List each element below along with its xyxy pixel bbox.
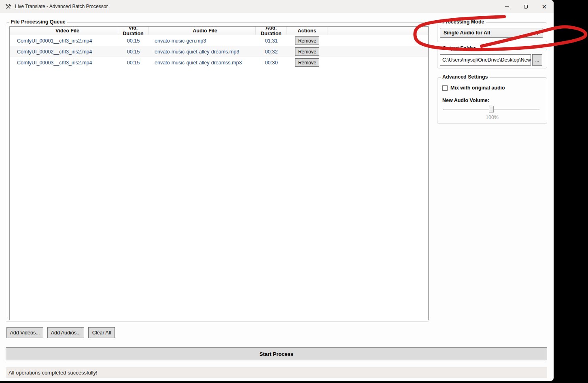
browse-button[interactable]: ... (532, 54, 542, 66)
slider-thumb[interactable] (489, 106, 494, 113)
table-row: ComfyUI_00003__chf3_iris2.mp400:15envato… (10, 57, 428, 68)
audio-duration-cell: 01:31 (256, 38, 287, 44)
minimize-button[interactable] (498, 0, 516, 13)
maximize-icon (524, 5, 528, 9)
actions-cell: Remove (287, 47, 327, 56)
video-file-cell: ComfyUI_00003__chf3_iris2.mp4 (10, 60, 118, 66)
processing-mode-label: Processing Mode (441, 19, 486, 25)
video-duration-cell: 00:15 (118, 60, 149, 66)
audio-duration-cell: 00:32 (256, 49, 287, 55)
advanced-settings-group: Advanced Settings Mix with original audi… (437, 77, 547, 124)
audio-file-cell: envato-music-gen.mp3 (149, 38, 256, 44)
queue-table: Video File Vid. Duration Audio File Aud.… (9, 26, 429, 320)
close-button[interactable]: ✕ (535, 0, 554, 13)
video-duration-cell: 00:15 (118, 49, 149, 55)
hammer-wrench-icon (5, 3, 12, 10)
queue-rows: ComfyUI_00001__chf3_iris2.mp400:15envato… (10, 35, 428, 68)
processing-mode-selected: Single Audio for All (444, 30, 490, 36)
table-row: ComfyUI_00001__chf3_iris2.mp400:15envato… (10, 35, 428, 46)
output-folder-group: Output Folder C:\Users\mysql\OneDrive\De… (437, 49, 547, 68)
clear-all-button[interactable]: Clear All (88, 327, 115, 338)
volume-label: New Audio Volume: (442, 98, 489, 103)
output-folder-path: C:\Users\mysql\OneDrive\Desktop\New f (442, 57, 531, 63)
add-videos-button[interactable]: Add Videos... (6, 327, 43, 338)
mix-audio-label: Mix with original audio (450, 85, 505, 91)
remove-button[interactable]: Remove (295, 58, 319, 67)
advanced-settings-label: Advanced Settings (441, 74, 490, 80)
column-header-actions[interactable]: Actions (287, 27, 327, 35)
audio-file-cell: envato-music-quiet-alley-dreams.mp3 (149, 49, 256, 55)
audio-file-cell: envato-music-quiet-alley-dreamss.mp3 (149, 60, 256, 66)
column-header-video-file[interactable]: Video File (10, 27, 118, 35)
audio-duration-cell: 00:30 (256, 60, 287, 66)
processing-mode-group: Processing Mode Single Audio for All (437, 22, 547, 42)
mix-audio-checkbox[interactable] (442, 85, 448, 91)
actions-cell: Remove (287, 36, 327, 45)
volume-slider[interactable] (443, 106, 539, 113)
mix-audio-row: Mix with original audio (442, 85, 505, 91)
actions-cell: Remove (287, 58, 327, 67)
output-folder-input[interactable]: C:\Users\mysql\OneDrive\Desktop\New f (440, 54, 531, 66)
screenshot-stage: Live Translate - Advanced Batch Processo… (0, 0, 588, 383)
title-bar: Live Translate - Advanced Batch Processo… (0, 0, 554, 13)
window-title: Live Translate - Advanced Batch Processo… (15, 4, 108, 9)
app-window: Live Translate - Advanced Batch Processo… (0, 0, 554, 381)
minimize-icon (505, 6, 509, 7)
remove-button[interactable]: Remove (295, 47, 319, 56)
video-file-cell: ComfyUI_00002__chf3_iris2.mp4 (10, 49, 118, 55)
status-message: All operations completed successfully! (8, 370, 98, 376)
remove-button[interactable]: Remove (295, 36, 319, 45)
column-header-vid-duration[interactable]: Vid. Duration (118, 27, 149, 35)
add-audios-button[interactable]: Add Audios... (47, 327, 84, 338)
video-file-cell: ComfyUI_00001__chf3_iris2.mp4 (10, 38, 118, 44)
video-duration-cell: 00:15 (118, 38, 149, 44)
output-folder-label: Output Folder (441, 45, 478, 51)
status-bar: All operations completed successfully! (6, 367, 547, 378)
column-header-aud-duration[interactable]: Aud. Duration (256, 27, 287, 35)
close-icon: ✕ (542, 4, 547, 10)
table-row: ComfyUI_00002__chf3_iris2.mp400:15envato… (10, 46, 428, 57)
start-process-button[interactable]: Start Process (6, 347, 547, 360)
column-header-filler (327, 27, 428, 35)
queue-table-header: Video File Vid. Duration Audio File Aud.… (10, 27, 428, 35)
queue-group-label: File Processing Queue (9, 19, 67, 25)
file-processing-queue-group: File Processing Queue Video File Vid. Du… (6, 22, 429, 322)
column-header-audio-file[interactable]: Audio File (149, 27, 256, 35)
chevron-down-icon (535, 31, 539, 35)
volume-value: 100% (437, 115, 547, 120)
maximize-button[interactable] (516, 0, 535, 13)
processing-mode-dropdown[interactable]: Single Audio for All (440, 28, 543, 38)
window-controls: ✕ (498, 0, 554, 13)
